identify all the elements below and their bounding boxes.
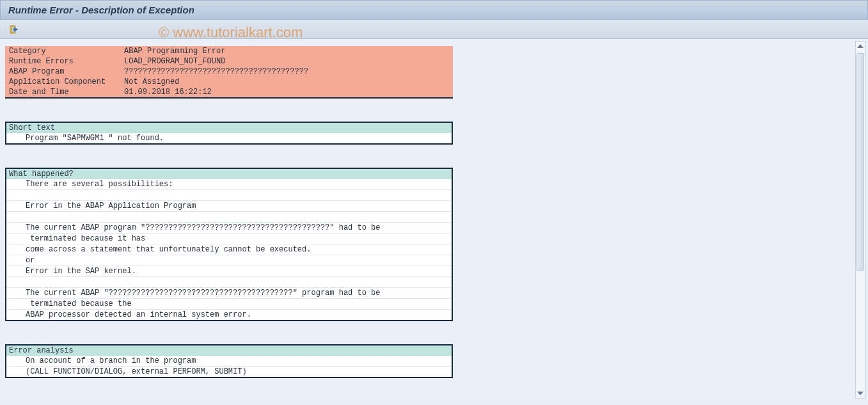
section-line: There are several possibilities: (6, 179, 452, 189)
toolbar (0, 20, 868, 39)
table-row: CategoryABAP Programming Error (5, 46, 453, 56)
scroll-up-arrow-icon[interactable] (857, 44, 864, 48)
section-line: terminated because it has (6, 233, 452, 244)
info-value: LOAD_PROGRAM_NOT_FOUND (120, 56, 453, 67)
info-value: ???????????????????????????????????????? (120, 67, 453, 77)
section-title: What happened? (6, 169, 452, 179)
info-label: Application Component (5, 77, 120, 87)
content-area: CategoryABAP Programming ErrorRuntime Er… (0, 41, 854, 399)
table-row: Runtime ErrorsLOAD_PROGRAM_NOT_FOUND (5, 56, 453, 67)
section-line: (CALL FUNCTION/DIALOG, external PERFORM,… (6, 366, 452, 377)
section-line: ABAP processor detected an internal syst… (6, 309, 452, 320)
exit-icon (8, 24, 19, 35)
section-line: Error in the SAP kernel. (6, 266, 452, 276)
error-section: Error analysisOn account of a branch in … (5, 344, 453, 378)
exit-button[interactable] (6, 22, 20, 36)
section-line: or (6, 255, 452, 266)
section-body: There are several possibilities: Error i… (6, 179, 452, 320)
vertical-scrollbar[interactable] (855, 41, 865, 399)
info-value: ABAP Programming Error (120, 46, 453, 56)
section-line: Program "SAPMWGM1 " not found. (6, 133, 452, 143)
section-title: Short text (6, 123, 452, 133)
section-line: On account of a branch in the program (6, 356, 452, 366)
scroll-thumb[interactable] (856, 53, 864, 271)
table-row: Date and Time01.09.2018 16:22:12 (5, 87, 453, 98)
section-line (6, 189, 452, 200)
info-value: 01.09.2018 16:22:12 (120, 87, 453, 98)
error-section: Short textProgram "SAPMWGM1 " not found. (5, 122, 453, 145)
table-row: ABAP Program????????????????????????????… (5, 67, 453, 77)
section-line: The current ABAP "??????????????????????… (6, 287, 452, 298)
section-line: come across a statement that unfortunate… (6, 244, 452, 255)
page-title: Runtime Error - Description of Exception (8, 4, 194, 15)
table-row: Application ComponentNot Assigned (5, 77, 453, 87)
info-value: Not Assigned (120, 77, 453, 87)
info-label: Date and Time (5, 87, 120, 98)
error-section: What happened?There are several possibil… (5, 168, 453, 321)
section-line: Error in the ABAP Application Program (6, 200, 452, 211)
info-label: Category (5, 46, 120, 56)
info-label: Runtime Errors (5, 56, 120, 67)
section-body: Program "SAPMWGM1 " not found. (6, 133, 452, 143)
info-label: ABAP Program (5, 67, 120, 77)
page-title-bar: Runtime Error - Description of Exception (0, 0, 868, 20)
section-body: On account of a branch in the program(CA… (6, 356, 452, 377)
section-line (6, 211, 452, 222)
section-line (6, 276, 452, 287)
section-line: terminated because the (6, 298, 452, 309)
section-line: The current ABAP program "??????????????… (6, 222, 452, 233)
scroll-down-arrow-icon[interactable] (857, 392, 864, 395)
section-title: Error analysis (6, 345, 452, 356)
error-info-table: CategoryABAP Programming ErrorRuntime Er… (5, 46, 453, 99)
